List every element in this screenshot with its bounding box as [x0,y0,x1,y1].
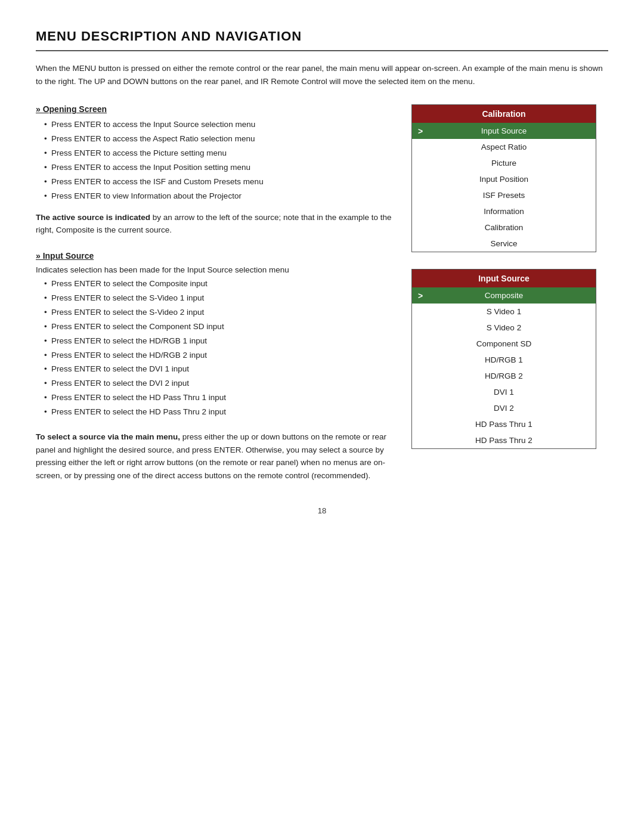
calibration-menu-item-aspect-ratio[interactable]: Aspect Ratio [412,139,596,155]
calibration-menu-item-label: Input Source [481,126,527,135]
input-source-menu-item-hdpassthru1[interactable]: HD Pass Thru 1 [412,416,596,432]
calibration-menu-header: Calibration [412,105,596,123]
list-item: Press ENTER to select the DVI 2 input [44,377,394,390]
list-item: Press ENTER to select the DVI 1 input [44,363,394,376]
list-item: Press ENTER to select the HD Pass Thru 2… [44,406,394,419]
input-source-menu-item-hdrgb2[interactable]: HD/RGB 2 [412,368,596,384]
input-source-menu-item-dvi1[interactable]: DVI 1 [412,384,596,400]
page-number: 18 [36,506,608,515]
bold-note-strong: The active source is indicated [36,213,150,222]
list-item: Press ENTER to access the Input Source s… [44,119,394,131]
calibration-menu-item-input-position[interactable]: Input Position [412,171,596,187]
input-source-menu-item-composite[interactable]: > Composite [412,287,596,304]
input-source-heading: » Input Source [36,251,394,261]
input-source-section: » Input Source Indicates selection has b… [36,251,394,419]
bottom-paragraph: To select a source via the main menu, pr… [36,431,394,482]
calibration-menu-item-calibration[interactable]: Calibration [412,219,596,236]
list-item: Press ENTER to access the Input Position… [44,162,394,174]
content-columns: » Opening Screen Press ENTER to access t… [36,104,608,482]
right-column: Calibration > Input Source Aspect Ratio … [411,104,608,466]
active-source-note: The active source is indicated by an arr… [36,211,394,237]
calibration-menu-item-input-source[interactable]: > Input Source [412,123,596,139]
list-item: Press ENTER to select the HD/RGB 1 input [44,335,394,348]
input-source-menu-box: Input Source > Composite S Video 1 S Vid… [411,269,596,449]
input-source-menu-item-svideo2[interactable]: S Video 2 [412,320,596,336]
list-item: Press ENTER to view Information about th… [44,190,394,203]
input-source-bullets: Press ENTER to select the Composite inpu… [36,278,394,419]
opening-screen-section: » Opening Screen Press ENTER to access t… [36,104,394,237]
selected-arrow-icon: > [418,126,423,136]
left-column: » Opening Screen Press ENTER to access t… [36,104,394,482]
opening-screen-heading: » Opening Screen [36,104,394,114]
calibration-menu-item-information[interactable]: Information [412,203,596,219]
list-item: Press ENTER to select the S-Video 2 inpu… [44,306,394,319]
list-item: Press ENTER to access the Picture settin… [44,147,394,160]
calibration-menu-item-service[interactable]: Service [412,236,596,252]
bottom-para-bold: To select a source via the main menu, [36,432,180,441]
calibration-menu-item-picture[interactable]: Picture [412,155,596,171]
input-source-menu-item-dvi2[interactable]: DVI 2 [412,400,596,416]
input-source-menu-item-svideo1[interactable]: S Video 1 [412,304,596,320]
intro-paragraph: When the MENU button is pressed on eithe… [36,62,608,88]
list-item: Press ENTER to select the HD Pass Thru 1… [44,392,394,404]
list-item: Press ENTER to select the HD/RGB 2 input [44,349,394,362]
title-divider [36,50,608,51]
opening-screen-bullets: Press ENTER to access the Input Source s… [36,119,394,203]
selected-arrow-icon-2: > [418,291,423,301]
input-source-menu-item-hdpassthru2[interactable]: HD Pass Thru 2 [412,432,596,448]
input-source-menu-header: Input Source [412,270,596,287]
input-source-menu-item-hdrgb1[interactable]: HD/RGB 1 [412,352,596,368]
input-source-intro: Indicates selection has been made for th… [36,265,394,274]
list-item: Press ENTER to select the Composite inpu… [44,278,394,290]
calibration-menu-item-isf-presets[interactable]: ISF Presets [412,187,596,203]
list-item: Press ENTER to select the Component SD i… [44,321,394,333]
list-item: Press ENTER to access the ISF and Custom… [44,176,394,188]
calibration-menu-box: Calibration > Input Source Aspect Ratio … [411,104,596,252]
list-item: Press ENTER to access the Aspect Ratio s… [44,133,394,145]
input-source-menu-item-component-sd[interactable]: Component SD [412,336,596,352]
page-title: MENU DESCRIPTION AND NAVIGATION [36,29,608,44]
input-source-menu-item-label: Composite [485,291,524,300]
list-item: Press ENTER to select the S-Video 1 inpu… [44,292,394,305]
